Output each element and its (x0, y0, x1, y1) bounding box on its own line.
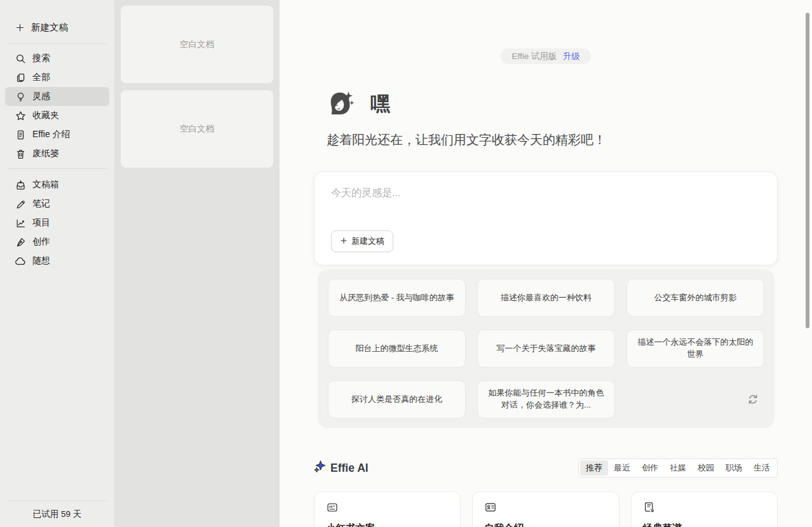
tab-workplace[interactable]: 职场 (720, 460, 748, 476)
sidebar-item-trash[interactable]: 废纸篓 (5, 144, 109, 163)
plus-icon (15, 23, 25, 32)
composer-new-document-label: 新建文稿 (351, 236, 384, 247)
sidebar-item-label: 创作 (32, 236, 50, 248)
effie-ai-heading: Effie AI (314, 460, 369, 476)
sidebar-item-label: 废纸篓 (32, 148, 59, 159)
assistant-avatar (327, 90, 356, 119)
document-title: 空白文档 (180, 123, 214, 135)
recipe-icon (643, 505, 656, 516)
upgrade-link[interactable]: 升级 (563, 51, 580, 62)
sidebar-footer: 已试用 59 天 (0, 500, 114, 527)
document-card[interactable]: 空白文档 (121, 90, 273, 168)
tab-campus[interactable]: 校园 (692, 460, 720, 476)
sidebar-item-favorites[interactable]: 收藏夹 (5, 106, 109, 125)
plan-label: Effie 试用版 (511, 51, 557, 62)
sidebar-item-label: 搜索 (32, 53, 50, 64)
prompt-chip[interactable]: 描述你最喜欢的一种饮料 (477, 279, 615, 317)
app-window: 新建文稿 搜索 全部 灵感 收藏夹 (0, 0, 812, 527)
sidebar-item-label: 项目 (32, 217, 50, 229)
prompt-chip[interactable]: 从厌恶到热爱 - 我与咖啡的故事 (328, 279, 466, 317)
pages-icon (15, 72, 26, 83)
pen-icon (15, 237, 26, 248)
xiaohongshu-icon (326, 505, 339, 516)
sidebar-item-creation[interactable]: 创作 (5, 232, 109, 251)
sidebar-item-docbox[interactable]: 文稿箱 (5, 175, 109, 194)
tab-recommended[interactable]: 推荐 (580, 460, 608, 476)
prompt-suggestions-panel: 从厌恶到热爱 - 我与咖啡的故事 描述你最喜欢的一种饮料 公交车窗外的城市剪影 … (318, 269, 775, 428)
sidebar-item-projects[interactable]: 项目 (5, 213, 109, 232)
trash-icon (15, 149, 26, 159)
inbox-icon (15, 180, 26, 190)
sidebar-item-label: 笔记 (32, 198, 50, 210)
prompt-chip[interactable]: 如果你能与任何一本书中的角色对话，你会选择谁？为... (477, 380, 615, 418)
trial-days-label: 已试用 59 天 (0, 501, 114, 527)
inspiration-input[interactable]: 今天的灵感是... 新建文稿 (314, 171, 778, 265)
effie-ai-title: Effie AI (330, 462, 369, 475)
ai-card-title: 小红书文案 (326, 522, 449, 527)
pencil-icon (15, 199, 26, 210)
new-document-button[interactable]: 新建文稿 (0, 0, 114, 34)
ai-card-title: 经典菜谱 (643, 522, 766, 527)
ai-template-card-xiaohongshu[interactable]: 小红书文案 (314, 491, 461, 527)
empty-cell (626, 380, 764, 418)
sidebar-item-label: 全部 (32, 72, 50, 83)
sidebar-item-label: 随想 (32, 255, 50, 267)
sidebar-item-all[interactable]: 全部 (5, 68, 109, 87)
scrollbar-thumb[interactable] (806, 13, 809, 328)
prompt-chip[interactable]: 阳台上的微型生态系统 (328, 330, 466, 368)
bulb-icon (15, 91, 26, 102)
prompt-chip[interactable]: 描述一个永远不会落下的太阳的世界 (626, 330, 764, 368)
sparkles-icon (314, 460, 326, 476)
chart-icon (15, 218, 26, 229)
sidebar-divider (8, 168, 107, 169)
sidebar: 新建文稿 搜索 全部 灵感 收藏夹 (0, 0, 114, 527)
document-card[interactable]: 空白文档 (121, 6, 273, 83)
sidebar-item-thoughts[interactable]: 随想 (5, 251, 109, 270)
sidebar-item-effie-intro[interactable]: Effie 介绍 (5, 125, 109, 144)
id-card-icon (484, 505, 497, 516)
sidebar-item-inspiration[interactable]: 灵感 (5, 87, 109, 106)
ai-category-tabs: 推荐 最近 创作 社媒 校园 职场 生活 (578, 458, 778, 477)
refresh-prompts-button[interactable] (747, 393, 759, 406)
search-icon (15, 53, 26, 64)
ai-template-card-self-intro[interactable]: 自我介绍 (472, 491, 619, 527)
main-panel: Effie 试用版 升级 嘿 (280, 0, 812, 527)
ai-template-card-recipe[interactable]: 经典菜谱 (631, 491, 778, 527)
input-placeholder: 今天的灵感是... (331, 187, 761, 200)
cloud-icon (15, 256, 26, 267)
sidebar-item-label: Effie 介绍 (32, 129, 71, 140)
sidebar-item-search[interactable]: 搜索 (5, 49, 109, 68)
star-icon (15, 110, 26, 121)
greeting-title: 嘿 (370, 91, 390, 117)
document-icon (15, 130, 26, 140)
ai-card-title: 自我介绍 (484, 522, 607, 527)
plus-icon (340, 237, 348, 246)
tab-creation[interactable]: 创作 (636, 460, 664, 476)
new-document-label: 新建文稿 (31, 22, 68, 34)
tab-social[interactable]: 社媒 (664, 460, 692, 476)
document-title: 空白文档 (180, 39, 214, 50)
sidebar-item-label: 灵感 (32, 91, 50, 102)
prompt-chip[interactable]: 写一个关于失落宝藏的故事 (477, 330, 615, 368)
sidebar-divider (8, 43, 107, 44)
composer-new-document-button[interactable]: 新建文稿 (331, 230, 393, 252)
sidebar-item-label: 文稿箱 (32, 179, 59, 190)
tab-life[interactable]: 生活 (748, 460, 776, 476)
greeting-subtitle: 趁着阳光还在，让我们用文字收获今天的精彩吧！ (314, 131, 778, 149)
tab-recent[interactable]: 最近 (608, 460, 636, 476)
sidebar-item-label: 收藏夹 (32, 110, 59, 121)
prompt-chip[interactable]: 公交车窗外的城市剪影 (626, 279, 764, 317)
sidebar-item-notes[interactable]: 笔记 (5, 194, 109, 213)
plan-badge: Effie 试用版 升级 (501, 48, 590, 64)
prompt-chip[interactable]: 探讨人类是否真的在进化 (328, 380, 466, 418)
document-list: 空白文档 空白文档 (114, 0, 280, 527)
